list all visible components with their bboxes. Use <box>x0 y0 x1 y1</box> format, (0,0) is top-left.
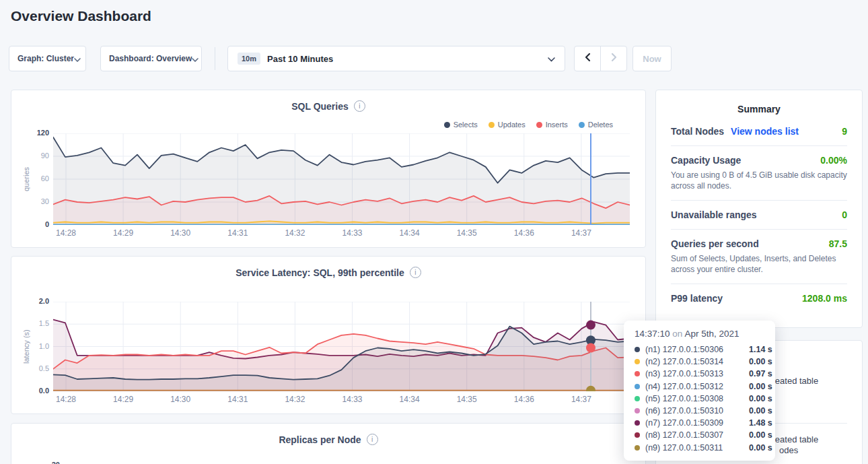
x-tick-label: 14:30 <box>161 228 199 238</box>
view-nodes-list-link[interactable]: View nodes list <box>731 126 799 137</box>
info-icon[interactable]: i <box>354 100 365 112</box>
chart-title: Replicas per Node i <box>11 434 645 445</box>
summary-row-description: Sum of Selects, Updates, Inserts, and De… <box>671 253 847 275</box>
x-tick-label: 14:35 <box>448 395 486 404</box>
dashboard-dropdown[interactable]: Dashboard: Overview <box>100 46 202 71</box>
summary-row-capacity-usage: Capacity Usage 0.00% You are using 0 B o… <box>671 146 847 201</box>
summary-row-value: 87.5 <box>829 238 847 249</box>
x-tick-label: 14:33 <box>334 228 371 238</box>
chart-title: SQL Queries i <box>11 100 645 112</box>
chart-legend: SelectsUpdatesInsertsDeletes <box>444 121 613 129</box>
legend-item-inserts[interactable]: Inserts <box>536 121 568 129</box>
node-color-dot <box>635 347 640 352</box>
time-range-badge: 10m <box>238 53 260 65</box>
tooltip-node-row: (n6) 127.0.0.1:503100.00 s <box>635 405 764 417</box>
tooltip-node-label: (n3) 127.0.0.1:50313 <box>645 369 744 378</box>
tooltip-node-value: 0.00 s <box>749 382 772 391</box>
graph-dropdown[interactable]: Graph: Cluster <box>9 46 86 71</box>
tooltip-node-label: (n1) 127.0.0.1:50306 <box>645 345 744 354</box>
tooltip-node-row: (n5) 127.0.0.1:503080.00 s <box>635 393 764 405</box>
x-tick-label: 14:34 <box>391 228 429 238</box>
chart-title-text: Replicas per Node <box>279 434 361 445</box>
node-color-dot <box>635 432 640 438</box>
tooltip-node-value: 1.48 s <box>749 418 772 428</box>
x-tick-label: 14:28 <box>47 395 85 404</box>
info-icon[interactable]: i <box>410 267 421 278</box>
x-tick-label: 14:31 <box>219 395 256 404</box>
replicas-per-node-chart-card: Replicas per Node i 20 <box>11 423 646 464</box>
summary-row-value: 1208.0 ms <box>802 293 847 304</box>
tooltip-node-label: (n8) 127.0.0.1:50307 <box>645 430 744 440</box>
now-button-label: Now <box>643 54 661 64</box>
chevron-down-icon <box>548 53 555 65</box>
legend-item-selects[interactable]: Selects <box>444 121 478 129</box>
tooltip-node-row: (n9) 127.0.0.1:503110.00 s <box>635 442 764 454</box>
node-color-dot <box>635 359 640 364</box>
legend-item-deletes[interactable]: Deletes <box>579 121 613 129</box>
tooltip-node-row: (n4) 127.0.0.1:503120.00 s <box>635 380 764 393</box>
legend-item-label: Updates <box>498 121 526 129</box>
legend-item-label: Deletes <box>588 121 613 129</box>
node-color-dot <box>635 420 640 426</box>
x-tick-label: 14:36 <box>505 228 543 238</box>
tooltip-node-value: 0.00 s <box>749 394 772 403</box>
tooltip-node-row: (n7) 127.0.0.1:503091.48 s <box>635 417 764 429</box>
tooltip-node-row: (n3) 127.0.0.1:503130.97 s <box>635 368 764 380</box>
x-tick-label: 14:31 <box>219 228 256 238</box>
tooltip-node-value: 0.00 s <box>749 443 772 453</box>
tooltip-node-value: 0.00 s <box>749 430 772 440</box>
latency-chart-plot[interactable] <box>53 302 630 391</box>
chevron-left-icon <box>585 53 591 65</box>
x-tick-label: 14:33 <box>334 395 371 404</box>
tooltip-node-row: (n8) 127.0.0.1:503070.00 s <box>635 429 764 441</box>
x-tick-label: 14:29 <box>104 228 142 238</box>
tooltip-timestamp: 14:37:10 on Apr 5th, 2021 <box>635 329 764 339</box>
legend-color-dot <box>489 122 495 128</box>
chevron-right-icon <box>611 53 617 65</box>
next-interval-button[interactable] <box>601 46 626 71</box>
time-range-selector[interactable]: 10m Past 10 Minutes <box>227 46 565 71</box>
x-tick-label: 14:32 <box>276 228 314 238</box>
tooltip-node-value: 0.00 s <box>749 406 772 416</box>
page-title: Overview Dashboard <box>11 8 151 24</box>
tooltip-node-label: (n2) 127.0.0.1:50314 <box>645 357 744 366</box>
prev-interval-button[interactable] <box>575 46 601 71</box>
service-latency-chart-card: Service Latency: SQL, 99th percentile i … <box>11 256 646 414</box>
info-icon[interactable]: i <box>367 434 378 445</box>
summary-panel: Summary Total Nodes View nodes list 9 Ca… <box>655 90 863 328</box>
tooltip-node-value: 1.14 s <box>749 345 772 354</box>
x-tick-label: 14:28 <box>47 228 85 238</box>
tooltip-node-row: (n2) 127.0.0.1:503140.00 s <box>635 356 764 368</box>
x-tick-label: 14:30 <box>161 395 199 404</box>
time-range-label: Past 10 Minutes <box>267 54 541 64</box>
summary-row-value: 9 <box>842 126 847 137</box>
tooltip-node-label: (n6) 127.0.0.1:50310 <box>645 406 744 416</box>
summary-row-value: 0.00% <box>820 155 847 166</box>
chevron-down-icon <box>192 53 198 65</box>
sql-chart-plot[interactable] <box>53 133 630 225</box>
legend-color-dot <box>579 122 585 128</box>
y-axis-title: queries <box>22 133 32 225</box>
x-tick-label: 14:37 <box>563 395 600 404</box>
tooltip-node-list: (n1) 127.0.0.1:503061.14 s(n2) 127.0.0.1… <box>635 343 764 454</box>
tooltip-node-label: (n9) 127.0.0.1:50311 <box>645 443 744 453</box>
x-tick-label: 14:35 <box>448 228 486 238</box>
dashboard-dropdown-label: Dashboard: Overview <box>109 54 192 63</box>
graph-dropdown-label: Graph: Cluster <box>17 54 74 63</box>
summary-row-label: Capacity Usage <box>671 155 741 166</box>
chart-hover-tooltip: 14:37:10 on Apr 5th, 2021 (n1) 127.0.0.1… <box>624 321 775 461</box>
event-row-fragment: created table <box>768 434 818 444</box>
summary-row-unavailable-ranges: Unavailable ranges 0 <box>671 201 847 230</box>
legend-color-dot <box>444 122 450 128</box>
tooltip-node-label: (n4) 127.0.0.1:50312 <box>645 382 744 391</box>
tooltip-node-value: 0.97 s <box>749 369 772 378</box>
summary-row-value: 0 <box>842 209 847 220</box>
x-tick-label: 14:37 <box>563 228 600 238</box>
legend-item-updates[interactable]: Updates <box>489 121 526 129</box>
x-tick-label: 14:32 <box>276 395 314 404</box>
summary-row-label: P99 latency <box>671 293 723 304</box>
y-tick-label: 20 <box>33 461 60 464</box>
chart-title-text: Service Latency: SQL, 99th percentile <box>236 267 404 278</box>
chart-title: Service Latency: SQL, 99th percentile i <box>11 267 645 278</box>
now-button[interactable]: Now <box>632 46 672 71</box>
